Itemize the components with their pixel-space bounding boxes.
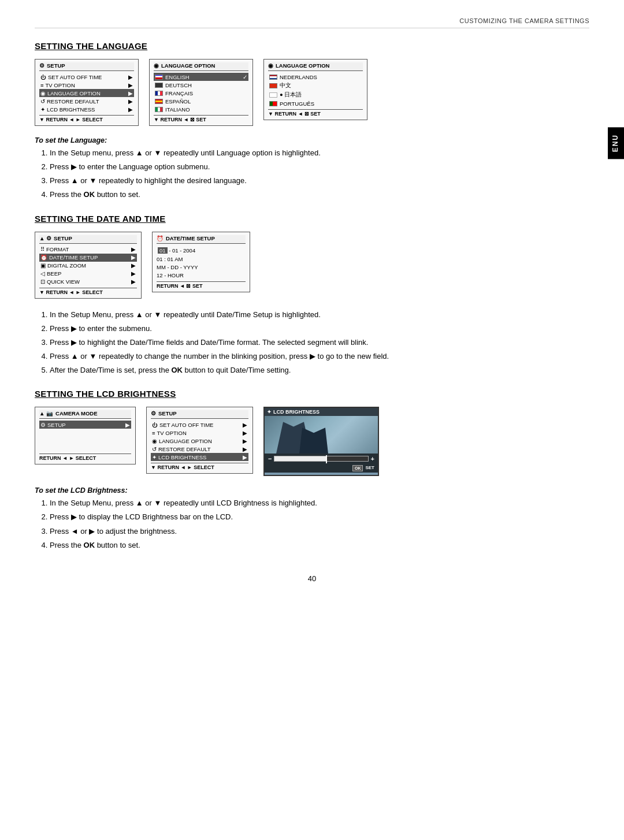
lcd-camera-mode-screen: ▲ 📷 CAMERA MODE ⚙ SETUP ▶ RETURN ◄ ► SEL… — [35, 407, 136, 464]
lcd-image-area — [265, 416, 378, 454]
page-header-text: CUSTOMIZING THE CAMERA SETTINGS — [459, 17, 589, 24]
lcd-footer: OK SET — [265, 464, 378, 473]
lang-italiano: ITALIANO — [154, 105, 248, 113]
dt-menu-datetime: ⏰ DATE/TIME SETUP ▶ — [39, 254, 137, 262]
lcd-screen1-footer: RETURN ◄ ► SELECT — [39, 454, 131, 461]
flag-italian — [155, 107, 163, 112]
dt-instr-5: After the Date/Time is set, press the OK… — [50, 365, 589, 376]
lcd-screen1-header: ▲ 📷 CAMERA MODE — [39, 410, 131, 419]
brightness-plus-icon: + — [371, 455, 374, 462]
lcd-screen2-footer: ▼ RETURN ◄ ► SELECT — [151, 463, 248, 470]
language-option-screen2: ◉ LANGUAGE OPTION NEDERLANDS 中文 ● 日本語 PO… — [263, 59, 367, 120]
lang-instr-1: In the Setup menu, press ▲ or ▼ repeated… — [50, 147, 589, 159]
lang-chinese: 中文 — [268, 81, 363, 90]
screen2-icon: ◉ — [154, 62, 159, 69]
lcd-instr-1: In the Setup Menu, press ▲ or ▼ repeated… — [50, 497, 589, 509]
dt-screen2-footer: RETURN ◄ ⊠ SET — [157, 281, 246, 289]
lcd-menu-brightness: ✦ LCD BRIGHTNESS ▶ — [151, 453, 248, 461]
screen1-label: SETUP — [47, 62, 65, 69]
menu-item-tvoption: ≡ TV OPTION ▶ — [39, 81, 134, 89]
lcd-setup-screen: ⚙ SETUP ⏻ SET AUTO OFF TIME ▶ ≡ TV OPTIO… — [146, 407, 253, 474]
menu-item-autooff: ⏻ SET AUTO OFF TIME ▶ — [39, 73, 134, 81]
dt-instr-1: In the Setup Menu, press ▲ or ▼ repeated… — [50, 309, 589, 321]
language-screens-row: ⚙ SETUP ⏻ SET AUTO OFF TIME ▶ ≡ TV OPTIO… — [35, 59, 589, 126]
section-language: SETTING THE LANGUAGE ⚙ SETUP ⏻ SET AUTO … — [35, 41, 589, 201]
screen1-header: ⚙ SETUP — [39, 62, 134, 71]
ok-btn: OK — [352, 465, 363, 471]
dt-date-row: 01 - 01 - 2004 — [157, 246, 246, 255]
lcd-brightness-fill — [274, 456, 326, 461]
dt-screen1-footer: ▼ RETURN ◄ ► SELECT — [39, 288, 137, 295]
section-lcd-title: SETTING THE LCD BRIGHTNESS — [35, 389, 589, 399]
section-datetime: SETTING THE DATE AND TIME ▲ ⚙ SETUP ⠿ FO… — [35, 214, 589, 377]
lang-espanol: ESPAÑOL — [154, 97, 248, 105]
flag-deutsch — [155, 83, 163, 88]
dt-hour-row: 12 - HOUR — [157, 272, 246, 280]
screen1-icon: ⚙ — [39, 62, 44, 69]
screen3-header: ◉ LANGUAGE OPTION — [268, 62, 363, 71]
screen3-label: LANGUAGE OPTION — [276, 62, 329, 69]
lcd-brightness-bar-container: − + — [265, 454, 378, 464]
datetime-instr-list: In the Setup Menu, press ▲ or ▼ repeated… — [35, 309, 589, 377]
lcd-menu-autooff: ⏻ SET AUTO OFF TIME ▶ — [151, 421, 248, 429]
lang-instr-2: Press ▶ to enter the Language option sub… — [50, 161, 589, 173]
lcd-brightness-header: ✦ LCD BRIGHTNESS — [265, 408, 378, 416]
lang-deutsch: DEUTSCH — [154, 81, 248, 89]
lang-francais: FRANÇAIS — [154, 89, 248, 97]
menu-item-restore: ↺ RESTORE DEFAULT ▶ — [39, 97, 134, 105]
language-instr-list: In the Setup menu, press ▲ or ▼ repeated… — [35, 147, 589, 201]
page-number: 40 — [35, 574, 589, 583]
screen1-footer: ▼ RETURN ◄ ► SELECT — [39, 115, 134, 122]
lang-instr-4: Press the OK button to set. — [50, 189, 589, 200]
lcd-instr-list: In the Setup Menu, press ▲ or ▼ repeated… — [35, 497, 589, 551]
dt-instr-2: Press ▶ to enter the submenu. — [50, 323, 589, 334]
datetime-values-screen: ⏰ DATE/TIME SETUP 01 - 01 - 2004 01 : 01… — [152, 232, 250, 292]
language-instructions: To set the Language: In the Setup menu, … — [35, 136, 589, 201]
flag-chinese — [269, 83, 277, 88]
section-lcd-brightness: SETTING THE LCD BRIGHTNESS ▲ 📷 CAMERA MO… — [35, 389, 589, 551]
lcd-brightness-tick — [326, 455, 327, 463]
screen2-label: LANGUAGE OPTION — [161, 62, 215, 69]
flag-portuguese — [269, 101, 277, 106]
screen2-header: ◉ LANGUAGE OPTION — [154, 62, 248, 71]
lcd-instructions: To set the LCD Brightness: In the Setup … — [35, 486, 589, 551]
lcd-menu-setup: ⚙ SETUP ▶ — [39, 421, 131, 429]
menu-item-language: ◉ LANGUAGE OPTION ▶ — [39, 89, 134, 97]
dt-instr-4: Press ▲ or ▼ repeatedly to change the nu… — [50, 351, 589, 362]
lcd-menu-language: ◉ LANGUAGE OPTION ▶ — [151, 437, 248, 445]
lang-instr-3: Press ▲ or ▼ repeatedly to highlight the… — [50, 175, 589, 187]
dt-screen1-header: ▲ ⚙ SETUP — [39, 235, 137, 244]
lcd-spacer — [39, 429, 131, 452]
dt-menu-digital-zoom: ▣ DIGITAL ZOOM ▶ — [39, 262, 137, 270]
lcd-brightness-preview: ✦ LCD BRIGHTNESS − + OK SET — [263, 407, 379, 476]
lang-portuguese: PORTUGUÊS — [268, 99, 363, 107]
side-tab: ENU — [608, 127, 624, 159]
flag-dutch — [269, 75, 277, 80]
dt-menu-beep: ◁ BEEP ▶ — [39, 270, 137, 278]
screen2-footer: ▼ RETURN ◄ ⊠ SET — [154, 115, 248, 122]
section-language-title: SETTING THE LANGUAGE — [35, 41, 589, 51]
lcd-instr-4: Press the OK button to set. — [50, 540, 589, 551]
datetime-setup-screen: ▲ ⚙ SETUP ⠿ FORMAT ▶ ⏰ DATE/TIME SETUP ▶… — [35, 232, 142, 299]
flag-japanese — [269, 92, 277, 98]
lcd-brightness-bar — [274, 456, 368, 462]
lcd-instr-3: Press ◄ or ▶ to adjust the brightness. — [50, 526, 589, 537]
language-instr-title: To set the Language: — [35, 136, 589, 144]
dt-menu-format: ⠿ FORMAT ▶ — [39, 246, 137, 254]
lang-english: ENGLISH ✓ — [154, 73, 248, 81]
flag-spanish — [155, 99, 163, 104]
dt-format-row: MM - DD - YYYY — [157, 263, 246, 272]
menu-item-lcd: ✦ LCD BRIGHTNESS ▶ — [39, 105, 134, 113]
language-option-screen1: ◉ LANGUAGE OPTION ENGLISH ✓ DEUTSCH FRAN… — [149, 59, 253, 126]
lcd-instr-2: Press ▶ to display the LCD Brightness ba… — [50, 511, 589, 523]
lcd-menu-tvoption: ≡ TV OPTION ▶ — [151, 429, 248, 437]
lcd-menu-restore: ↺ RESTORE DEFAULT ▶ — [151, 445, 248, 453]
lcd-instr-title: To set the LCD Brightness: — [35, 486, 589, 495]
brightness-minus-icon: − — [268, 455, 272, 462]
dt-screen2-header: ⏰ DATE/TIME SETUP — [157, 235, 246, 244]
lcd-silhouette-2 — [299, 428, 328, 454]
lang-nederlands: NEDERLANDS — [268, 73, 363, 81]
flag-french — [155, 91, 163, 96]
screen3-footer: ▼ RETURN ◄ ⊠ SET — [268, 109, 363, 117]
section-datetime-title: SETTING THE DATE AND TIME — [35, 214, 589, 224]
